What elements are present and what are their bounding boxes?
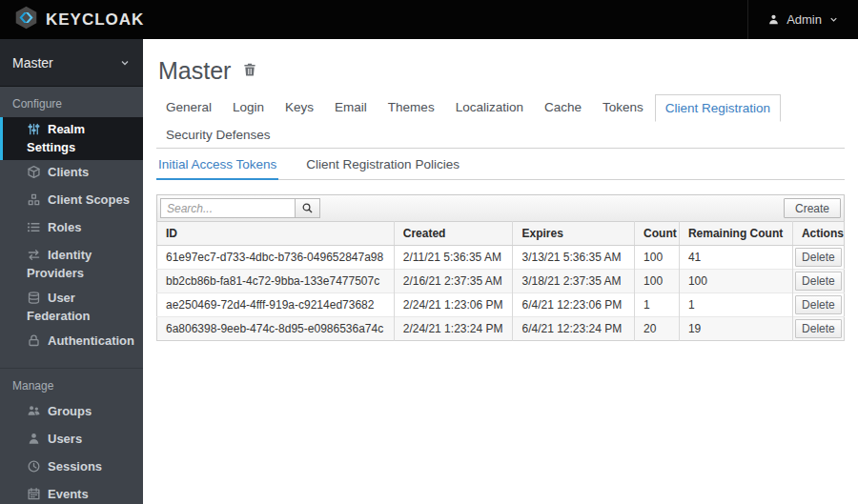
sidebar-item-label: Clients (48, 165, 89, 179)
tab-client-registration[interactable]: Client Registration (655, 94, 781, 122)
delete-button[interactable]: Delete (795, 319, 842, 338)
nav-section-label: Manage (0, 379, 143, 399)
cell-remaining: 41 (679, 246, 792, 270)
cell-id: 61e97ec7-d733-4dbc-b736-049652847a98 (157, 246, 395, 270)
sidebar-nav: ConfigureRealm SettingsClientsClient Sco… (0, 87, 143, 504)
cell-created: 2/24/21 1:23:06 PM (394, 293, 513, 317)
top-header: KEYCLOAK Admin (0, 0, 858, 39)
sidebar-item-label: Sessions (48, 459, 102, 474)
sidebar-item-clients[interactable]: Clients (0, 160, 143, 188)
sidebar-item-label: Roles (48, 220, 81, 234)
cell-actions: Delete (792, 246, 844, 270)
delete-button[interactable]: Delete (795, 248, 842, 267)
create-button[interactable]: Create (784, 198, 841, 218)
table-row: ae250469-72d4-4fff-919a-c9214ed736822/24… (157, 293, 845, 317)
search-button[interactable] (295, 198, 320, 218)
cell-expires: 3/13/21 5:36:35 AM (513, 246, 635, 270)
column-header-expires: Expires (513, 222, 635, 246)
page-title: Master (158, 57, 231, 85)
column-header-remaining-count: Remaining Count (679, 222, 792, 246)
cell-actions: Delete (792, 317, 844, 341)
table-header-row: IDCreatedExpiresCountRemaining CountActi… (157, 222, 845, 246)
table-toolbar: Create (156, 194, 845, 222)
title-row: Master (156, 39, 845, 94)
cell-count: 100 (635, 270, 680, 293)
realm-selector[interactable]: Master (0, 39, 143, 87)
sidebar-item-identity-providers[interactable]: Identity Providers (0, 243, 143, 286)
user-icon (767, 13, 780, 26)
sidebar-item-label: Authentication (48, 333, 134, 348)
cubes-icon (27, 192, 42, 211)
tab-tokens[interactable]: Tokens (593, 94, 653, 122)
sidebar-item-authentication[interactable]: Authentication (0, 329, 143, 356)
user-icon (27, 432, 42, 450)
nav-section-label: Configure (0, 97, 143, 117)
cell-created: 2/24/21 1:23:24 PM (394, 317, 513, 341)
search-icon (301, 202, 314, 214)
chevron-down-icon (119, 57, 131, 69)
sidebar-item-label: Groups (48, 404, 92, 418)
cube-icon (27, 165, 42, 183)
calendar-icon (27, 487, 42, 504)
list-icon (27, 220, 42, 238)
sidebar-item-roles[interactable]: Roles (0, 215, 143, 243)
subtab-client-registration-policies[interactable]: Client Registration Policies (304, 151, 461, 180)
tab-themes[interactable]: Themes (378, 94, 444, 122)
cell-expires: 3/18/21 2:37:35 AM (513, 270, 635, 293)
search-input[interactable] (160, 198, 296, 218)
tab-general[interactable]: General (156, 94, 221, 122)
admin-user-label: Admin (786, 12, 822, 27)
cell-created: 2/16/21 2:37:35 AM (394, 270, 513, 293)
delete-button[interactable]: Delete (795, 272, 842, 291)
tab-cache[interactable]: Cache (535, 94, 591, 122)
tab-security-defenses[interactable]: Security Defenses (156, 122, 280, 148)
sidebar-item-realm-settings[interactable]: Realm Settings (0, 117, 143, 160)
sidebar-item-label: Users (48, 432, 82, 446)
brand-name: KEYCLOAK (46, 10, 144, 30)
cell-id: 6a806398-9eeb-474c-8d95-e0986536a74c (157, 317, 395, 341)
keycloak-logo-icon (13, 5, 39, 34)
cell-actions: Delete (792, 293, 844, 317)
cell-remaining: 1 (679, 293, 792, 317)
tab-keys[interactable]: Keys (276, 94, 323, 122)
sidebar: Master ConfigureRealm SettingsClientsCli… (0, 39, 143, 504)
cell-expires: 6/4/21 12:23:06 PM (513, 293, 635, 317)
keycloak-admin-console: KEYCLOAK Admin Master ConfigureRealm Set… (0, 0, 858, 504)
database-icon (27, 291, 42, 309)
sidebar-item-users[interactable]: Users (0, 427, 143, 454)
sidebar-item-events[interactable]: Events (0, 482, 143, 504)
cell-count: 100 (635, 246, 680, 270)
nav-section-manage: ManageGroupsUsersSessionsEventsImportExp… (0, 368, 143, 504)
sidebar-item-sessions[interactable]: Sessions (0, 454, 143, 482)
column-header-id: ID (157, 222, 395, 246)
chevron-down-icon (828, 14, 839, 25)
table-row: 6a806398-9eeb-474c-8d95-e0986536a74c2/24… (157, 317, 845, 341)
admin-user-menu[interactable]: Admin (747, 0, 858, 39)
cell-count: 1 (635, 293, 680, 317)
keycloak-logo[interactable]: KEYCLOAK (0, 5, 144, 34)
sidebar-item-label: Client Scopes (48, 192, 130, 207)
table-row: 61e97ec7-d733-4dbc-b736-049652847a982/11… (157, 246, 845, 270)
tab-localization[interactable]: Localization (446, 94, 533, 122)
column-header-count: Count (635, 222, 680, 246)
table-row: bb2cb86b-fa81-4c72-9bba-133e7477507c2/16… (157, 270, 845, 293)
tab-email[interactable]: Email (325, 94, 377, 122)
nav-section-configure: ConfigureRealm SettingsClientsClient Sco… (0, 87, 143, 360)
subtab-initial-access-tokens[interactable]: Initial Access Tokens (156, 151, 278, 180)
initial-access-tokens-table: IDCreatedExpiresCountRemaining CountActi… (156, 221, 845, 341)
delete-button[interactable]: Delete (795, 295, 842, 314)
cell-id: bb2cb86b-fa81-4c72-9bba-133e7477507c (157, 270, 395, 293)
realm-tabs: GeneralLoginKeysEmailThemesLocalizationC… (156, 94, 845, 149)
table-body: 61e97ec7-d733-4dbc-b736-049652847a982/11… (157, 246, 845, 341)
cell-created: 2/11/21 5:36:35 AM (394, 246, 513, 270)
sidebar-item-groups[interactable]: Groups (0, 399, 143, 427)
trash-icon[interactable] (242, 62, 257, 81)
sidebar-item-label: Events (48, 487, 89, 501)
client-registration-subtabs: Initial Access TokensClient Registration… (156, 151, 845, 180)
sidebar-item-client-scopes[interactable]: Client Scopes (0, 188, 143, 215)
group-icon (27, 404, 42, 422)
cell-actions: Delete (792, 270, 844, 293)
cell-id: ae250469-72d4-4fff-919a-c9214ed73682 (157, 293, 395, 317)
sidebar-item-user-federation[interactable]: User Federation (0, 286, 143, 329)
tab-login[interactable]: Login (223, 94, 274, 122)
